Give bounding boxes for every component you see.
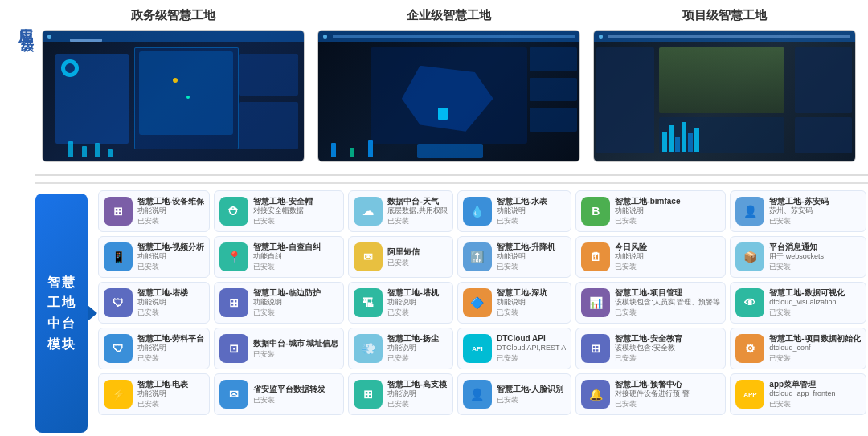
module-card-m3[interactable]: ☁ 数据中台-天气 底层数据,共用权限 已安装 — [348, 190, 453, 232]
module-icon-m4: 💧 — [463, 197, 492, 226]
content-area: 政务级智慧工地 — [35, 0, 868, 436]
module-name-m5: 智慧工地-bimface — [615, 196, 720, 206]
module-desc-m1: 功能说明 — [137, 206, 204, 215]
module-name-m4: 智慧工地-水表 — [497, 196, 566, 206]
module-card-m15[interactable]: 🏗 智慧工地-塔机 功能说明 已安装 — [348, 282, 453, 324]
module-card-m4[interactable]: 💧 智慧工地-水表 功能说明 已安装 — [457, 190, 571, 232]
module-card-m14[interactable]: ⊞ 智慧工地-临边防护 功能说明 已安装 — [214, 282, 344, 324]
module-info-m21: 智慧工地-扬尘 功能说明 已安装 — [387, 333, 448, 364]
module-name-m26: 省安监平台数据转发 — [253, 384, 338, 394]
module-status-m20: 已安装 — [253, 349, 338, 360]
module-info-m20: 数据中台-城市 城址信息 已安装 — [253, 338, 338, 360]
module-icon-m15: 🏗 — [354, 288, 383, 317]
module-name-m28: 智慧工地-人脸识别 — [497, 384, 566, 394]
module-status-m24: 已安装 — [769, 353, 860, 364]
module-desc-m10: 功能说明 — [497, 252, 566, 261]
module-card-m30[interactable]: APP app菜单管理 dtcloud_app_fronten 已安装 — [730, 373, 866, 415]
project-screenshot — [593, 30, 856, 162]
module-status-m19: 已安装 — [137, 353, 204, 364]
module-info-m28: 智慧工地-人脸识别 已安装 — [497, 384, 566, 405]
module-card-m1[interactable]: ⊞ 智慧工地-设备维保 功能说明 已安装 — [98, 190, 210, 232]
module-card-m19[interactable]: 🛡 智慧工地-劳料平台 功能说明 已安装 — [98, 328, 210, 369]
module-icon-m17: 📊 — [581, 288, 610, 317]
module-card-m6[interactable]: 👤 智慧工地-苏安码 苏州、苏安码 已安装 — [730, 190, 866, 232]
module-card-m11[interactable]: 🗓 今日风险 功能说明 已安装 — [575, 236, 726, 278]
module-icon-m24: ⚙ — [735, 334, 764, 363]
module-card-m28[interactable]: 👤 智慧工地-人脸识别 已安装 — [457, 373, 571, 415]
module-name-m15: 智慧工地-塔机 — [387, 287, 448, 298]
module-info-m5: 智慧工地-bimface 功能说明 已安装 — [615, 196, 720, 226]
module-card-m29[interactable]: 🔔 智慧工地-预警中心 对接硬件设备进行预 警 已安装 — [575, 373, 726, 415]
module-card-m7[interactable]: 📱 智慧工地-视频分析 功能说明 已安装 — [98, 236, 210, 278]
module-name-m14: 智慧工地-临边防护 — [253, 287, 338, 298]
module-icon-m3: ☁ — [354, 197, 383, 226]
module-status-m30: 已安装 — [769, 399, 860, 410]
module-info-m7: 智慧工地-视频分析 功能说明 已安装 — [137, 242, 204, 272]
module-status-m6: 已安装 — [769, 216, 860, 226]
module-icon-m22: API — [463, 334, 492, 363]
module-status-m2: 已安装 — [253, 216, 338, 226]
module-info-m27: 智慧工地-高支模 功能说明 已安装 — [387, 379, 448, 410]
module-card-m10[interactable]: 🔝 智慧工地-升降机 功能说明 已安装 — [457, 236, 571, 278]
module-desc-m4: 功能说明 — [497, 206, 566, 215]
module-desc-m12: 用于 websockets — [769, 252, 860, 261]
module-card-m9[interactable]: ✉ 阿里短信 已安装 — [348, 236, 453, 278]
enterprise-group: 企业级智慧工地 — [311, 8, 587, 162]
module-desc-m19: 功能说明 — [137, 344, 204, 352]
module-status-m27: 已安装 — [387, 399, 448, 410]
module-status-m11: 已安装 — [615, 262, 720, 272]
module-card-m12[interactable]: 📦 平台消息通知 用于 websockets 已安装 — [730, 236, 866, 278]
module-card-m5[interactable]: B 智慧工地-bimface 功能说明 已安装 — [575, 190, 726, 232]
module-card-m16[interactable]: 🔷 智慧工地-深坑 功能说明 已安装 — [457, 282, 571, 324]
module-name-m7: 智慧工地-视频分析 — [137, 242, 204, 252]
module-status-m9: 已安装 — [387, 258, 448, 268]
module-card-m2[interactable]: ⛑ 智慧工地-安全帽 对接安全帽数据 已安装 — [214, 190, 344, 232]
sidebar-layer-label: 层级 — [0, 27, 35, 31]
modules-label: 智慧 工地 中台 模块 — [35, 194, 88, 433]
module-icon-m28: 👤 — [463, 380, 492, 409]
module-card-m24[interactable]: ⚙ 智慧工地-项目数据初始化 dtcloud_conf 已安装 — [730, 328, 866, 369]
module-icon-m14: ⊞ — [219, 288, 248, 317]
module-card-m8[interactable]: 📍 智慧工地-自查自纠 功能自纠 已安装 — [214, 236, 344, 278]
module-card-m22[interactable]: API DTCloud API DTCloud API,REST A 已安装 — [457, 328, 571, 369]
module-status-m8: 已安装 — [253, 262, 338, 272]
module-icon-m12: 📦 — [735, 242, 764, 271]
module-info-m1: 智慧工地-设备维保 功能说明 已安装 — [137, 196, 204, 226]
module-info-m17: 智慧工地-项目管理 该模块包含:人员实 管理、预警等 已安装 — [615, 287, 720, 318]
module-icon-m2: ⛑ — [219, 197, 248, 226]
module-name-m21: 智慧工地-扬尘 — [387, 333, 448, 344]
module-info-m12: 平台消息通知 用于 websockets 已安装 — [769, 242, 860, 272]
module-info-m29: 智慧工地-预警中心 对接硬件设备进行预 警 已安装 — [615, 379, 720, 410]
module-name-m1: 智慧工地-设备维保 — [137, 196, 204, 206]
module-card-m18[interactable]: 👁 智慧工地-数据可视化 dtcloud_visualization 已安装 — [730, 282, 866, 324]
project-title: 项目级智慧工地 — [682, 8, 767, 23]
main-container: 应用 层级 政务级智慧工地 — [0, 0, 868, 436]
module-icon-m20: ⊡ — [219, 334, 248, 363]
module-card-m20[interactable]: ⊡ 数据中台-城市 城址信息 已安装 — [214, 328, 344, 369]
modules-grid: ⊞ 智慧工地-设备维保 功能说明 已安装 ⛑ 智慧工地-安全帽 对接安全帽数据 … — [94, 190, 868, 436]
module-card-m21[interactable]: 💨 智慧工地-扬尘 功能说明 已安装 — [348, 328, 453, 369]
module-desc-m5: 功能说明 — [615, 206, 720, 215]
module-card-m13[interactable]: 🛡 智慧工地-塔楼 功能说明 已安装 — [98, 282, 210, 324]
module-desc-m7: 功能说明 — [137, 252, 204, 261]
module-name-m29: 智慧工地-预警中心 — [615, 379, 720, 389]
module-name-m24: 智慧工地-项目数据初始化 — [769, 333, 860, 344]
module-icon-m5: B — [581, 197, 610, 226]
module-icon-m9: ✉ — [354, 242, 383, 271]
module-status-m12: 已安装 — [769, 262, 860, 272]
module-desc-m16: 功能说明 — [497, 298, 566, 307]
module-desc-m25: 功能说明 — [137, 389, 204, 398]
module-card-m25[interactable]: ⚡ 智慧工地-电表 功能说明 已安装 — [98, 373, 210, 415]
module-desc-m2: 对接安全帽数据 — [253, 206, 338, 215]
module-card-m27[interactable]: ⊞ 智慧工地-高支模 功能说明 已安装 — [348, 373, 453, 415]
module-desc-m21: 功能说明 — [387, 344, 448, 352]
module-info-m9: 阿里短信 已安装 — [387, 247, 448, 268]
enterprise-title: 企业级智慧工地 — [407, 8, 491, 23]
module-card-m17[interactable]: 📊 智慧工地-项目管理 该模块包含:人员实 管理、预警等 已安装 — [575, 282, 726, 324]
module-desc-m17: 该模块包含:人员实 管理、预警等 — [615, 298, 720, 307]
module-card-m26[interactable]: ✉ 省安监平台数据转发 已安装 — [214, 373, 344, 415]
section-divider — [35, 182, 868, 184]
module-status-m17: 已安装 — [615, 308, 720, 318]
module-card-m23[interactable]: ⊞ 智慧工地-安全教育 该模块包含:安全教 已安装 — [575, 328, 726, 369]
gov-title: 政务级智慧工地 — [131, 8, 215, 23]
